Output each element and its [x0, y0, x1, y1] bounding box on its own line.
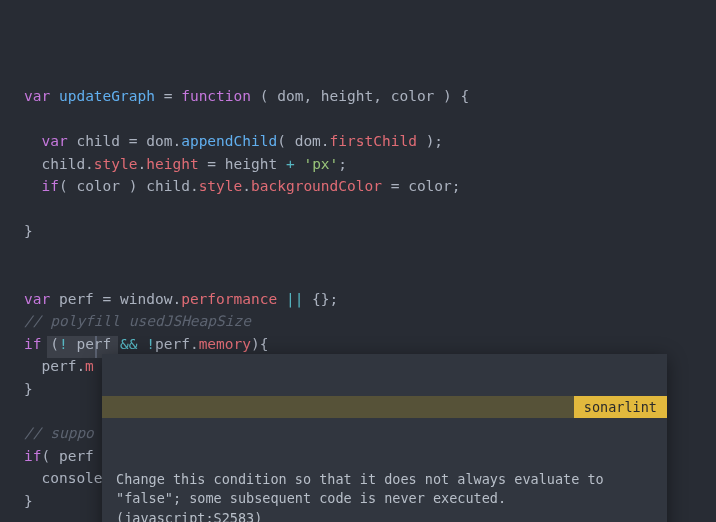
kw-function: function [181, 88, 251, 104]
lint-tooltip: sonarlint Change this condition so that … [102, 354, 667, 522]
fn-name: updateGraph [59, 88, 155, 104]
tooltip-header: sonarlint [102, 396, 667, 418]
tooltip-source-tag: sonarlint [574, 396, 667, 418]
code-editor[interactable]: var updateGraph = function ( dom, height… [0, 0, 716, 522]
kw-var: var [24, 88, 50, 104]
comment: // suppo [24, 425, 94, 441]
comment: // polyfill usedJSHeapSize [24, 313, 251, 329]
tooltip-message: Change this condition so that it does no… [102, 460, 667, 522]
